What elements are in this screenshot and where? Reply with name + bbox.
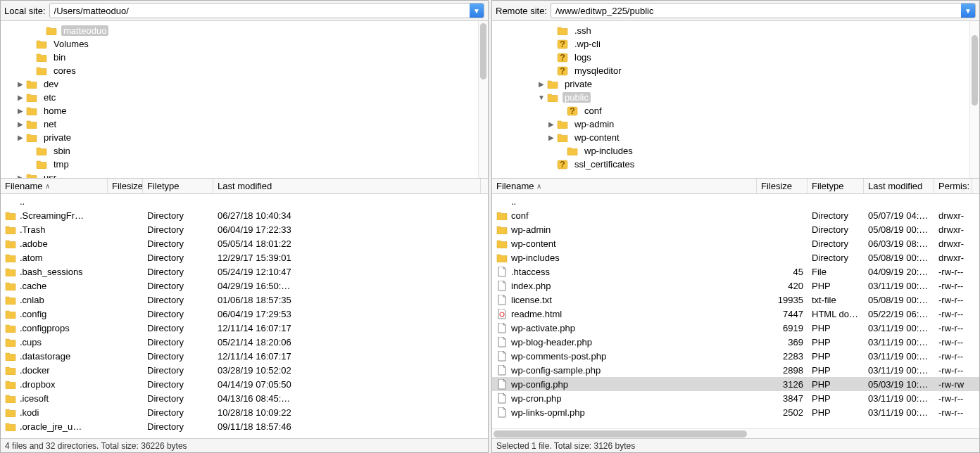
- expander-icon[interactable]: ▶: [16, 134, 25, 141]
- column-header-filetype[interactable]: Filetype: [143, 179, 213, 193]
- file-row[interactable]: .oracle_jre_u…Directory09/11/18 18:57:46: [1, 419, 488, 433]
- remote-panel: Remote site: ▼ .ssh?.wp-cli?logs?mysqled…: [491, 0, 980, 453]
- file-row[interactable]: .datastorageDirectory12/11/14 16:07:17: [1, 349, 488, 363]
- column-header-filesize[interactable]: Filesize: [108, 179, 143, 193]
- column-header-last_modified[interactable]: Last modified: [864, 179, 934, 193]
- file-row[interactable]: wp-comments-post.php2283PHP03/11/19 00:……: [492, 349, 979, 363]
- file-modified: 10/28/18 10:09:22: [213, 407, 481, 418]
- file-type: Directory: [143, 407, 213, 418]
- expander-icon[interactable]: ▶: [16, 107, 25, 115]
- remote-horizontal-scrollbar[interactable]: [492, 428, 979, 438]
- expander-icon[interactable]: ▶: [16, 120, 25, 128]
- tree-item[interactable]: matteoduo: [1, 24, 478, 37]
- local-path-input[interactable]: [53, 6, 470, 16]
- expander-icon[interactable]: ▶: [537, 80, 546, 88]
- remote-path-dropdown-icon[interactable]: ▼: [961, 4, 975, 18]
- tree-item[interactable]: cores: [1, 64, 478, 77]
- file-row[interactable]: .icesoftDirectory04/13/16 08:45:…: [1, 391, 488, 405]
- file-row[interactable]: .TrashDirectory06/04/19 17:22:33: [1, 222, 488, 236]
- local-path-combobox[interactable]: ▼: [49, 3, 484, 18]
- tree-item[interactable]: .ssh: [492, 24, 969, 37]
- column-header-filetype[interactable]: Filetype: [808, 179, 864, 193]
- tree-item[interactable]: ▶dev: [1, 77, 478, 91]
- file-row[interactable]: .kodiDirectory10/28/18 10:09:22: [1, 405, 488, 419]
- column-header-filename[interactable]: Filename∧: [492, 179, 757, 193]
- tree-item[interactable]: bin: [1, 51, 478, 64]
- expander-icon[interactable]: ▶: [16, 174, 25, 178]
- tree-item[interactable]: ?conf: [492, 104, 969, 117]
- file-row[interactable]: wp-adminDirectory05/08/19 00:…drwxr-: [492, 222, 979, 236]
- file-row[interactable]: license.txt19935txt-file05/08/19 00:…-rw…: [492, 293, 979, 307]
- file-row[interactable]: .atomDirectory12/29/17 15:39:01: [1, 250, 488, 264]
- tree-item[interactable]: ▼public: [492, 91, 969, 104]
- file-modified: 06/03/19 08:…: [864, 238, 934, 249]
- tree-item[interactable]: ▶etc: [1, 91, 478, 104]
- file-row[interactable]: .adobeDirectory05/05/14 18:01:22: [1, 236, 488, 250]
- column-header-last_modified[interactable]: Last modified: [213, 179, 481, 193]
- file-permissions: -rw-r--: [934, 281, 972, 291]
- file-row[interactable]: wp-includesDirectory05/08/19 00:…drwxr-: [492, 250, 979, 264]
- tree-item[interactable]: ?ssl_certificates: [492, 158, 969, 171]
- file-row[interactable]: wp-blog-header.php369PHP03/11/19 00:…-rw…: [492, 335, 979, 349]
- file-row[interactable]: wp-activate.php6919PHP03/11/19 00:…-rw-r…: [492, 321, 979, 335]
- file-row[interactable]: wp-contentDirectory06/03/19 08:…drwxr-: [492, 236, 979, 250]
- tree-item[interactable]: Volumes: [1, 37, 478, 51]
- file-row[interactable]: wp-config.php3126PHP05/03/19 10:…-rw-rw: [492, 377, 979, 391]
- tree-item[interactable]: ▶usr: [1, 171, 478, 178]
- file-row[interactable]: .configDirectory06/04/19 17:29:53: [1, 307, 488, 321]
- tree-item[interactable]: sbin: [1, 144, 478, 158]
- tree-item[interactable]: ?logs: [492, 51, 969, 64]
- file-modified: 12/11/14 16:07:17: [213, 323, 481, 333]
- file-row[interactable]: .dropboxDirectory04/14/19 07:05:50: [1, 377, 488, 391]
- expander-icon[interactable]: ▶: [547, 120, 555, 128]
- tree-item-label: Volumes: [51, 39, 91, 49]
- file-row[interactable]: .cnlabDirectory01/06/18 18:57:35: [1, 293, 488, 307]
- file-row[interactable]: wp-cron.php3847PHP03/11/19 00:…-rw-r--: [492, 391, 979, 405]
- tree-item[interactable]: ▶net: [1, 117, 478, 131]
- file-name: wp-config-sample.php: [511, 365, 601, 376]
- file-row[interactable]: index.php420PHP03/11/19 00:…-rw-r--: [492, 279, 979, 293]
- file-row[interactable]: confDirectory05/07/19 04:…drwxr-: [492, 208, 979, 222]
- tree-item-label: etc: [42, 92, 58, 103]
- file-row[interactable]: .dockerDirectory03/28/19 10:52:02: [1, 363, 488, 377]
- tree-item[interactable]: ▶home: [1, 104, 478, 117]
- tree-item[interactable]: ▶private: [1, 131, 478, 144]
- tree-item[interactable]: ▶wp-admin: [492, 117, 969, 131]
- file-row[interactable]: ..: [492, 194, 979, 208]
- tree-item[interactable]: ▶private: [492, 77, 969, 91]
- local-path-dropdown-icon[interactable]: ▼: [470, 4, 484, 18]
- remote-tree-scrollbar[interactable]: [969, 21, 979, 178]
- folder-icon: [5, 365, 16, 375]
- expander-icon[interactable]: ▶: [16, 94, 25, 101]
- remote-path-combobox[interactable]: ▼: [551, 3, 976, 18]
- expander-icon[interactable]: ▶: [16, 80, 25, 88]
- doc-icon: [496, 379, 508, 389]
- expander-icon[interactable]: ▼: [537, 94, 546, 101]
- tree-item[interactable]: tmp: [1, 158, 478, 171]
- local-tree-scrollbar[interactable]: [478, 21, 488, 178]
- file-row[interactable]: .cupsDirectory05/21/14 18:20:06: [1, 335, 488, 349]
- file-name: conf: [511, 210, 529, 221]
- expander-icon[interactable]: ▶: [547, 134, 555, 141]
- file-modified: 06/27/18 10:40:34: [213, 210, 481, 221]
- file-row[interactable]: .configpropsDirectory12/11/14 16:07:17: [1, 321, 488, 335]
- file-permissions: -rw-r--: [934, 267, 972, 277]
- file-row[interactable]: ..: [1, 194, 488, 208]
- tree-item[interactable]: ?mysqleditor: [492, 64, 969, 77]
- column-header-filename[interactable]: Filename∧: [1, 179, 108, 193]
- tree-item[interactable]: wp-includes: [492, 144, 969, 158]
- remote-path-input[interactable]: [554, 6, 961, 16]
- remote-file-list-header: Filename∧FilesizeFiletypeLast modifiedPe…: [492, 179, 979, 194]
- file-row[interactable]: .bash_sessionsDirectory05/24/19 12:10:47: [1, 264, 488, 279]
- file-row[interactable]: .ScreamingFr…Directory06/27/18 10:40:34: [1, 208, 488, 222]
- tree-item[interactable]: ?.wp-cli: [492, 37, 969, 51]
- tree-item[interactable]: ▶wp-content: [492, 131, 969, 144]
- column-header-permissions[interactable]: Permis:: [934, 179, 972, 193]
- folder-icon: [547, 93, 558, 103]
- file-row[interactable]: .htaccess45File04/09/19 20:…-rw-r--: [492, 264, 979, 279]
- file-row[interactable]: wp-config-sample.php2898PHP03/11/19 00:……: [492, 363, 979, 377]
- column-header-filesize[interactable]: Filesize: [757, 179, 808, 193]
- file-row[interactable]: .cacheDirectory04/29/19 16:50:…: [1, 279, 488, 293]
- file-row[interactable]: wp-links-opml.php2502PHP03/11/19 00:…-rw…: [492, 405, 979, 419]
- file-row[interactable]: readme.html7447HTML do…05/22/19 06:…-rw-…: [492, 307, 979, 321]
